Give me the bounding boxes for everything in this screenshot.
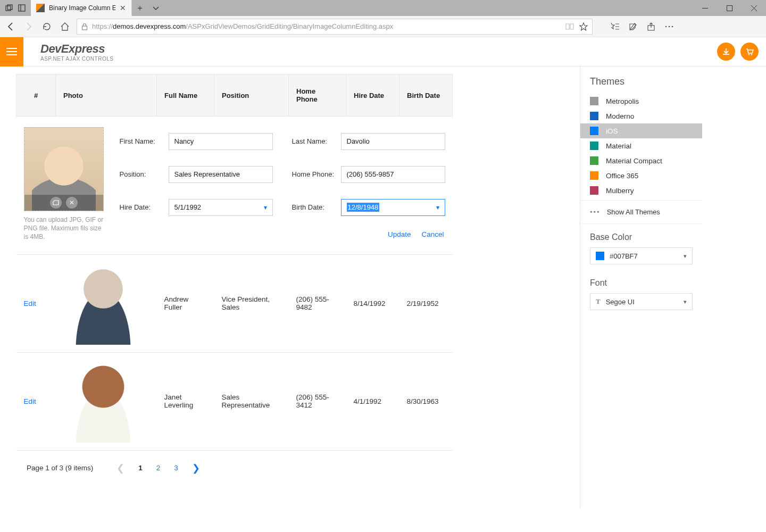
download-button[interactable] — [717, 43, 735, 61]
nav-forward-button[interactable] — [22, 20, 35, 33]
base-color-title: Base Color — [580, 224, 702, 245]
input-hire-date[interactable]: 5/1/1992▾ — [169, 199, 273, 216]
pager: Page 1 of 3 (9 items) ❮ 1 2 3 ❯ — [16, 451, 580, 492]
svg-point-15 — [751, 54, 752, 55]
input-home-phone[interactable]: (206) 555-9857 — [341, 166, 445, 183]
font-value: Segoe UI — [606, 298, 635, 306]
tab-title: Binary Image Column E — [49, 4, 115, 12]
theme-swatch-icon — [590, 112, 598, 120]
label-last-name: Last Name: — [292, 137, 334, 145]
window-minimize-button[interactable] — [693, 0, 717, 16]
theme-item-moderno[interactable]: Moderno — [580, 109, 702, 123]
theme-label: Material — [606, 142, 631, 150]
pager-next-button[interactable]: ❯ — [189, 460, 203, 476]
tab-aside-icon[interactable] — [16, 2, 28, 14]
col-hire-date[interactable]: Hire Date — [346, 74, 399, 117]
pager-page-2[interactable]: 2 — [153, 462, 164, 474]
label-position: Position: — [120, 170, 161, 178]
more-icon[interactable] — [665, 26, 673, 28]
cell-position: Sales Representative — [214, 352, 289, 450]
font-select[interactable]: T Segoe UI ▾ — [590, 293, 693, 310]
url-input[interactable]: https://demos.devexpress.com/ASPxGridVie… — [77, 19, 593, 35]
edit-link[interactable]: Edit — [24, 300, 36, 307]
base-color-select[interactable]: #007BF7 ▾ — [590, 247, 693, 264]
col-position[interactable]: Position — [214, 74, 289, 117]
pager-prev-button[interactable]: ❮ — [113, 460, 128, 476]
theme-item-material[interactable]: Material — [580, 138, 702, 153]
lock-icon — [81, 23, 88, 30]
cell-birth: 2/19/1952 — [399, 254, 453, 352]
cell-name: Andrew Fuller — [157, 254, 214, 352]
photo-browse-icon[interactable] — [50, 197, 62, 209]
nav-refresh-button[interactable] — [40, 20, 53, 33]
theme-label: Mulberry — [606, 187, 634, 195]
show-all-themes-label: Show All Themes — [607, 208, 660, 216]
grid-header-row: # Photo Full Name Position Home Phone Hi… — [16, 74, 453, 117]
cancel-button[interactable]: Cancel — [421, 230, 444, 242]
font-title: Font — [580, 270, 702, 291]
pager-page-3[interactable]: 3 — [171, 462, 181, 474]
menu-button[interactable] — [0, 37, 23, 66]
pager-page-1[interactable]: 1 — [135, 462, 146, 474]
update-button[interactable]: Update — [388, 230, 411, 242]
input-last-name[interactable]: Davolio — [341, 133, 445, 150]
theme-swatch-icon — [590, 156, 598, 165]
theme-item-ios[interactable]: iOS — [580, 123, 702, 138]
theme-item-metropolis[interactable]: Metropolis — [580, 94, 702, 109]
label-birth-date: Birth Date: — [292, 203, 334, 211]
url-text: https://demos.devexpress.com/ASPxGridVie… — [92, 22, 393, 30]
table-row: Edit Andrew Fuller Vice President, Sales… — [16, 254, 453, 352]
tab-menu-button[interactable] — [148, 0, 164, 16]
svg-rect-6 — [82, 26, 87, 30]
photo-upload-area[interactable]: ✕ — [24, 127, 104, 211]
tab-group-icon[interactable] — [3, 2, 15, 14]
share-icon[interactable] — [647, 22, 655, 31]
input-birth-date[interactable]: 12/8/1948▾ — [341, 199, 445, 216]
cart-button[interactable] — [740, 43, 759, 61]
sidebar: Themes MetropolisModernoiOSMaterialMater… — [580, 66, 702, 508]
col-photo[interactable]: Photo — [56, 74, 157, 117]
row-photo — [63, 262, 143, 345]
nav-home-button[interactable] — [59, 20, 71, 33]
new-tab-button[interactable]: ＋ — [132, 0, 148, 16]
cell-position: Vice President, Sales — [214, 254, 289, 352]
cell-hire: 8/14/1992 — [346, 254, 399, 352]
data-grid: # Photo Full Name Position Home Phone Hi… — [16, 74, 453, 451]
close-tab-icon[interactable]: ✕ — [120, 4, 126, 12]
col-index[interactable]: # — [16, 74, 56, 117]
page-header: DevExpress ASP.NET AJAX CONTROLS — [0, 37, 766, 66]
reading-view-icon[interactable] — [565, 23, 574, 30]
browser-navbar: https://demos.devexpress.com/ASPxGridVie… — [0, 16, 766, 37]
label-hire-date: Hire Date: — [120, 203, 161, 211]
cell-birth: 8/30/1963 — [399, 352, 453, 450]
label-home-phone: Home Phone: — [292, 170, 334, 178]
show-all-themes[interactable]: ••• Show All Themes — [580, 200, 702, 224]
input-first-name[interactable]: Nancy — [169, 133, 273, 150]
chevron-down-icon: ▾ — [684, 253, 687, 260]
notes-icon[interactable] — [629, 22, 637, 31]
cell-name: Janet Leverling — [157, 352, 214, 450]
col-home-phone[interactable]: Home Phone — [289, 74, 346, 117]
theme-item-material-compact[interactable]: Material Compact — [580, 153, 702, 168]
ellipsis-icon: ••• — [590, 208, 601, 216]
window-close-button[interactable] — [742, 0, 766, 16]
chevron-down-icon: ▾ — [436, 204, 439, 211]
themes-title: Themes — [580, 66, 702, 92]
theme-label: Office 365 — [606, 172, 638, 180]
svg-rect-5 — [727, 5, 732, 11]
favorite-star-icon[interactable] — [579, 22, 588, 31]
nav-back-button[interactable] — [4, 20, 17, 33]
edit-link[interactable]: Edit — [24, 397, 36, 405]
favorites-list-icon[interactable] — [610, 22, 619, 31]
col-name[interactable]: Full Name — [157, 74, 214, 117]
input-position[interactable]: Sales Representative — [169, 166, 273, 183]
col-birth-date[interactable]: Birth Date — [399, 74, 453, 117]
theme-item-mulberry[interactable]: Mulberry — [580, 183, 702, 198]
table-row: Edit Janet Leverling Sales Representativ… — [16, 352, 453, 450]
window-maximize-button[interactable] — [717, 0, 742, 16]
photo-clear-icon[interactable]: ✕ — [66, 197, 78, 209]
browser-tab-active[interactable]: Binary Image Column E ✕ — [31, 0, 132, 16]
font-icon: T — [596, 297, 601, 306]
cell-phone: (206) 555-3412 — [289, 352, 346, 450]
theme-item-office-365[interactable]: Office 365 — [580, 168, 702, 183]
